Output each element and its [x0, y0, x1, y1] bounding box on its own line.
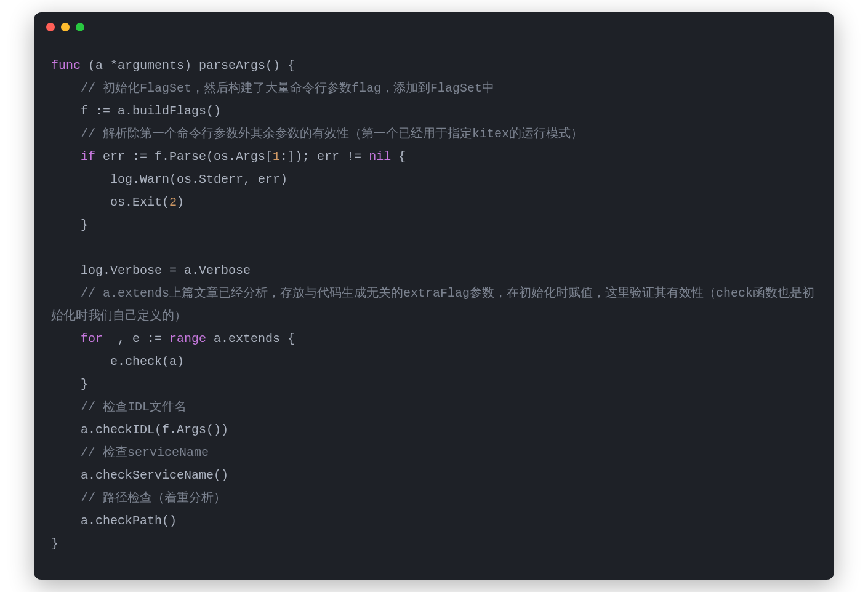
- code-token-comment: // 检查IDL文件名: [51, 400, 187, 414]
- code-token-comment: // 初始化FlagSet，然后构建了大量命令行参数flag，添加到FlagSe…: [51, 81, 494, 95]
- code-token-kw: if: [81, 150, 95, 164]
- code-window: func (a *arguments) parseArgs() { // 初始化…: [34, 12, 834, 580]
- code-token-ident: a.checkServiceName(): [51, 468, 228, 482]
- code-token-ident: e.check(a): [51, 354, 184, 369]
- code-token-kw: range: [169, 332, 206, 346]
- code-token-ident: {: [391, 150, 406, 164]
- code-token-ident: [51, 332, 81, 346]
- code-token-ident: }: [51, 537, 58, 551]
- code-token-ident: }: [51, 218, 88, 232]
- minimize-icon[interactable]: [61, 23, 70, 31]
- code-token-ident: }: [51, 377, 88, 391]
- code-token-ident: log.Verbose = a.Verbose: [51, 263, 251, 278]
- code-token-ident: log.Warn(os.Stderr, err): [51, 172, 287, 186]
- code-token-comment: // 解析除第一个命令行参数外其余参数的有效性（第一个已经用于指定kitex的运…: [51, 127, 583, 141]
- code-token-comment: // 检查serviceName: [51, 445, 209, 460]
- code-token-ident: [51, 150, 81, 164]
- code-token-ident: a.checkPath(): [51, 514, 177, 528]
- titlebar: [34, 12, 834, 42]
- close-icon[interactable]: [46, 23, 55, 31]
- code-token-ident: a.checkIDL(f.Args()): [51, 423, 228, 437]
- code-area: func (a *arguments) parseArgs() { // 初始化…: [34, 42, 834, 580]
- code-token-ident: a.extends {: [206, 332, 295, 346]
- code-token-comment: // a.extends上篇文章已经分析，存放与代码生成无关的extraFlag…: [51, 286, 814, 323]
- code-token-ident: err := f.Parse(os.Args[: [95, 150, 273, 164]
- code-token-num: 1: [273, 150, 280, 164]
- code-token-num: 2: [169, 195, 177, 209]
- code-token-ident: os.Exit(: [51, 195, 169, 209]
- code-token-ident: (a *arguments) parseArgs() {: [81, 58, 295, 73]
- code-token-ident: _, e :=: [103, 332, 169, 346]
- code-token-ident: f := a.buildFlags(): [51, 104, 221, 118]
- maximize-icon[interactable]: [76, 23, 84, 31]
- code-token-ident: :]); err !=: [280, 150, 369, 164]
- code-token-kw: nil: [369, 150, 391, 164]
- code-token-kw: func: [51, 58, 81, 73]
- code-token-ident: ): [177, 195, 184, 209]
- code-token-kw: for: [81, 332, 103, 346]
- code-token-comment: // 路径检查（着重分析）: [51, 491, 226, 505]
